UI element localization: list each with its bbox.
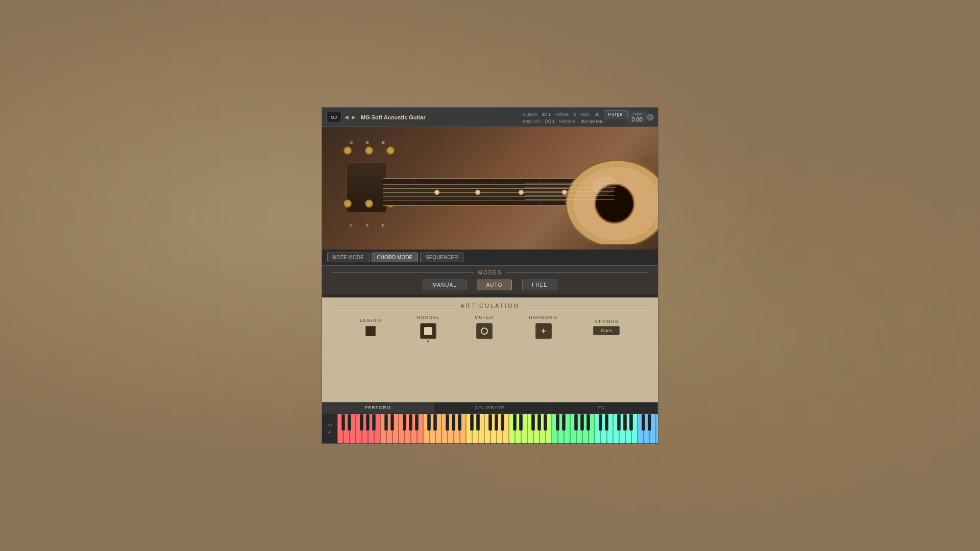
black-key-3-3[interactable] xyxy=(488,414,492,431)
muted-label: MUTED xyxy=(475,315,494,320)
black-key-5-0[interactable] xyxy=(556,414,559,431)
peg-3[interactable] xyxy=(386,146,395,155)
fret-line-2 xyxy=(455,179,455,205)
black-key-6-0[interactable] xyxy=(599,414,602,431)
white-key-1-0[interactable] xyxy=(380,414,386,443)
strings-button[interactable]: Open xyxy=(593,326,620,335)
black-key-5-5[interactable] xyxy=(586,414,590,431)
header-info: Output: st: 1 Voices: 0 Max: 30 Purge MI… xyxy=(523,110,627,124)
nav-prev-arrow[interactable]: ◀ xyxy=(345,114,349,120)
black-key-0-4[interactable] xyxy=(366,414,370,431)
black-key-7-1[interactable] xyxy=(648,414,651,431)
white-key-2-3[interactable] xyxy=(442,414,448,443)
black-key-1-5[interactable] xyxy=(415,414,419,431)
peg-1[interactable] xyxy=(344,146,352,155)
harmonic-button[interactable]: + xyxy=(535,323,552,339)
peg-5[interactable] xyxy=(365,199,373,208)
title-bar: MJ ◀ ▶ MG Soft Acoustic Guitar Output: s… xyxy=(322,108,658,127)
piano-roll[interactable] xyxy=(337,414,658,443)
black-key-6-4[interactable] xyxy=(623,414,627,431)
black-key-6-5[interactable] xyxy=(629,414,633,431)
black-key-6-1[interactable] xyxy=(605,414,608,431)
black-key-2-5[interactable] xyxy=(458,414,461,431)
muted-group: MUTED xyxy=(475,315,494,339)
legato-label: LEGATO xyxy=(360,318,382,323)
white-key-3-0[interactable] xyxy=(466,414,472,443)
black-key-4-1[interactable] xyxy=(519,414,523,431)
black-key-1-1[interactable] xyxy=(390,414,394,431)
piano-wrapper xyxy=(337,414,658,443)
black-key-5-1[interactable] xyxy=(562,414,566,431)
black-key-0-0[interactable] xyxy=(341,414,345,431)
normal-button[interactable] xyxy=(420,323,436,339)
black-key-1-3[interactable] xyxy=(403,414,406,431)
white-key-4-3[interactable] xyxy=(527,414,533,443)
octave-1 xyxy=(380,414,423,443)
black-key-4-5[interactable] xyxy=(544,414,547,431)
tune-section[interactable]: Tune 0.00 xyxy=(628,111,647,123)
tab-sequencer[interactable]: SEQUENCER xyxy=(420,253,463,262)
black-key-0-1[interactable] xyxy=(348,414,351,431)
white-key-2-0[interactable] xyxy=(423,414,429,443)
black-key-4-0[interactable] xyxy=(513,414,517,431)
guitar-body-svg: MJ xyxy=(525,132,658,244)
mode-tabs-bar: NOTE MODE CHORD MODE SEQUENCER xyxy=(322,249,658,265)
white-key-4-0[interactable] xyxy=(509,414,515,443)
tab-perform[interactable]: PERFORM xyxy=(322,403,434,413)
articulation-title: ARTICULATION xyxy=(332,303,648,309)
octave-0 xyxy=(337,414,380,443)
black-key-4-3[interactable] xyxy=(531,414,535,431)
memory-value: 357.69 MB xyxy=(580,119,603,124)
black-key-0-3[interactable] xyxy=(360,414,363,431)
string-label-d: D xyxy=(350,223,353,228)
black-key-3-1[interactable] xyxy=(476,414,480,431)
auto-button[interactable]: AUTO xyxy=(477,280,512,290)
strings-label: STRINGS xyxy=(595,319,619,324)
white-key-1-3[interactable] xyxy=(399,414,405,443)
black-key-7-0[interactable] xyxy=(642,414,645,431)
black-key-2-1[interactable] xyxy=(433,414,437,431)
black-key-2-3[interactable] xyxy=(446,414,449,431)
peg-4[interactable] xyxy=(344,199,352,208)
black-key-1-4[interactable] xyxy=(409,414,412,431)
tab-fx[interactable]: FX xyxy=(546,403,658,413)
black-key-3-0[interactable] xyxy=(470,414,474,431)
black-key-3-4[interactable] xyxy=(495,414,498,431)
legato-button[interactable] xyxy=(365,326,376,336)
svg-text:MJ: MJ xyxy=(640,155,652,165)
white-key-0-3[interactable] xyxy=(356,414,362,443)
black-key-6-3[interactable] xyxy=(617,414,621,431)
tab-chord-mode[interactable]: CHORD MODE xyxy=(372,253,418,262)
white-key-7-3[interactable] xyxy=(656,414,658,443)
black-key-1-0[interactable] xyxy=(384,414,388,431)
nav-next-arrow[interactable]: ▶ xyxy=(352,114,356,120)
tab-calibrate[interactable]: CALIBRATE xyxy=(434,403,546,413)
white-key-5-0[interactable] xyxy=(552,414,558,443)
close-button[interactable]: × xyxy=(647,114,654,121)
white-key-5-3[interactable] xyxy=(570,414,576,443)
plugin-title: MG Soft Acoustic Guitar xyxy=(361,114,426,120)
muted-button[interactable] xyxy=(476,323,493,339)
tab-note-mode[interactable]: NOTE MODE xyxy=(327,253,370,262)
white-key-6-0[interactable] xyxy=(595,414,601,443)
scroll-down-button[interactable]: -0 xyxy=(328,430,331,434)
black-key-5-4[interactable] xyxy=(580,414,584,431)
harmonic-group: HARMONIC + xyxy=(529,315,558,339)
black-key-2-4[interactable] xyxy=(452,414,455,431)
logo: MJ xyxy=(326,112,341,123)
purge-button[interactable]: Purge xyxy=(604,110,628,118)
scroll-up-button[interactable]: +0 xyxy=(327,423,332,428)
black-key-4-4[interactable] xyxy=(537,414,541,431)
octave-7 xyxy=(638,414,658,443)
white-key-7-0[interactable] xyxy=(638,414,644,443)
white-key-6-3[interactable] xyxy=(613,414,619,443)
black-key-5-3[interactable] xyxy=(574,414,578,431)
black-key-3-5[interactable] xyxy=(501,414,504,431)
white-key-3-3[interactable] xyxy=(484,414,491,443)
peg-2[interactable] xyxy=(365,146,373,155)
free-button[interactable]: FREE xyxy=(522,280,557,290)
black-key-0-5[interactable] xyxy=(372,414,376,431)
white-key-0-0[interactable] xyxy=(337,414,344,443)
manual-button[interactable]: MANUAL xyxy=(423,280,467,290)
black-key-2-0[interactable] xyxy=(427,414,431,431)
